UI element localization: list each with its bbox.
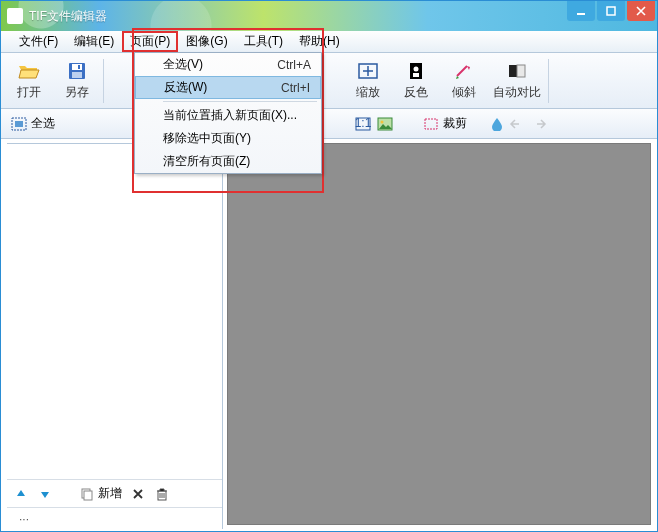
zoom-button[interactable]: 缩放 (344, 56, 392, 106)
menu-select-all[interactable]: 全选(V) Ctrl+A (135, 53, 321, 76)
contrast-icon (506, 60, 528, 82)
more-label: ··· (19, 512, 29, 526)
delete-x-icon[interactable] (130, 486, 146, 502)
auto-contrast-button[interactable]: 自动对比 (488, 56, 546, 106)
more-bar[interactable]: ··· (7, 507, 222, 529)
menu-edit[interactable]: 编辑(E) (66, 31, 122, 52)
toolbar-separator (548, 59, 549, 103)
menu-insert-page[interactable]: 当前位置插入新页面(X)... (135, 104, 321, 127)
svg-rect-9 (413, 73, 419, 77)
main-area: 新增 ··· (1, 139, 657, 531)
menu-page[interactable]: 页面(P) (122, 31, 178, 52)
crop-button[interactable]: 裁剪 (419, 113, 471, 134)
menu-item-shortcut: Ctrl+I (281, 81, 310, 95)
thumbnail-list[interactable] (7, 144, 222, 479)
skew-button[interactable]: 倾斜 (440, 56, 488, 106)
picture-icon[interactable] (377, 117, 393, 131)
svg-rect-1 (607, 7, 615, 15)
svg-rect-3 (72, 64, 82, 70)
toolbar-main: 打开 另存 打 缩放 反色 倾斜 自动对比 (1, 53, 657, 109)
menu-help[interactable]: 帮助(H) (291, 31, 348, 52)
canvas-area[interactable] (227, 143, 651, 525)
menu-clear-all[interactable]: 清空所有页面(Z) (135, 150, 321, 173)
open-button[interactable]: 打开 (5, 56, 53, 106)
maximize-button[interactable] (597, 1, 625, 21)
fit-icon[interactable]: 1:1 (355, 117, 371, 131)
close-button[interactable] (627, 1, 655, 21)
select-all-button[interactable]: 全选 (7, 113, 59, 134)
open-label: 打开 (17, 84, 41, 101)
auto-label: 自动对比 (493, 84, 541, 101)
zoom-label: 缩放 (356, 84, 380, 101)
svg-rect-5 (78, 65, 80, 69)
thumbnail-toolbar: 新增 (7, 479, 222, 507)
thumbnail-pane: 新增 ··· (7, 143, 223, 529)
save-button[interactable]: 另存 (53, 56, 101, 106)
window-title: TIF文件编辑器 (29, 8, 107, 25)
app-icon (7, 8, 23, 24)
invert-icon (405, 60, 427, 82)
skew-icon (453, 60, 475, 82)
toolbar-separator (103, 59, 104, 103)
move-up-icon[interactable] (13, 486, 29, 502)
crop-icon (423, 116, 439, 132)
svg-text:1:1: 1:1 (355, 117, 371, 130)
skew-label: 倾斜 (452, 84, 476, 101)
svg-rect-13 (15, 121, 23, 127)
save-icon (66, 60, 88, 82)
move-down-icon[interactable] (37, 486, 53, 502)
zoom-icon (357, 60, 379, 82)
menu-image[interactable]: 图像(G) (178, 31, 235, 52)
crop-label: 裁剪 (443, 115, 467, 132)
menu-invert-selection[interactable]: 反选(W) Ctrl+I (135, 76, 321, 99)
menu-item-label: 反选(W) (164, 79, 207, 96)
svg-rect-0 (577, 13, 585, 15)
menu-tool[interactable]: 工具(T) (236, 31, 291, 52)
add-page-label: 新增 (98, 485, 122, 502)
menu-separator (163, 101, 317, 102)
menubar: 文件(F) 编辑(E) 页面(P) 图像(G) 工具(T) 帮助(H) (1, 31, 657, 53)
svg-rect-4 (72, 72, 82, 78)
invert-label: 反色 (404, 84, 428, 101)
svg-rect-18 (425, 119, 437, 129)
svg-rect-20 (84, 491, 92, 500)
svg-rect-11 (517, 65, 525, 77)
menu-remove-selected[interactable]: 移除选中页面(Y) (135, 127, 321, 150)
svg-point-17 (381, 120, 384, 123)
redo-icon (531, 118, 547, 130)
menu-item-label: 移除选中页面(Y) (163, 130, 251, 147)
menu-item-shortcut: Ctrl+A (277, 58, 311, 72)
copy-icon (79, 486, 95, 502)
titlebar: TIF文件编辑器 (1, 1, 657, 31)
trash-icon[interactable] (154, 486, 170, 502)
add-page-button[interactable]: 新增 (79, 485, 122, 502)
minimize-button[interactable] (567, 1, 595, 21)
menu-item-label: 当前位置插入新页面(X)... (163, 107, 297, 124)
undo-icon (509, 118, 525, 130)
droplet-icon[interactable] (491, 117, 503, 131)
folder-open-icon (18, 60, 40, 82)
save-label: 另存 (65, 84, 89, 101)
svg-rect-10 (509, 65, 517, 77)
page-menu-dropdown: 全选(V) Ctrl+A 反选(W) Ctrl+I 当前位置插入新页面(X)..… (134, 52, 322, 174)
invert-button[interactable]: 反色 (392, 56, 440, 106)
menu-file[interactable]: 文件(F) (11, 31, 66, 52)
menu-item-label: 清空所有页面(Z) (163, 153, 250, 170)
toolbar-secondary: 全选 1:1 裁剪 (1, 109, 657, 139)
select-all-label: 全选 (31, 115, 55, 132)
select-all-icon (11, 116, 27, 132)
svg-point-8 (414, 67, 419, 72)
menu-item-label: 全选(V) (163, 56, 203, 73)
